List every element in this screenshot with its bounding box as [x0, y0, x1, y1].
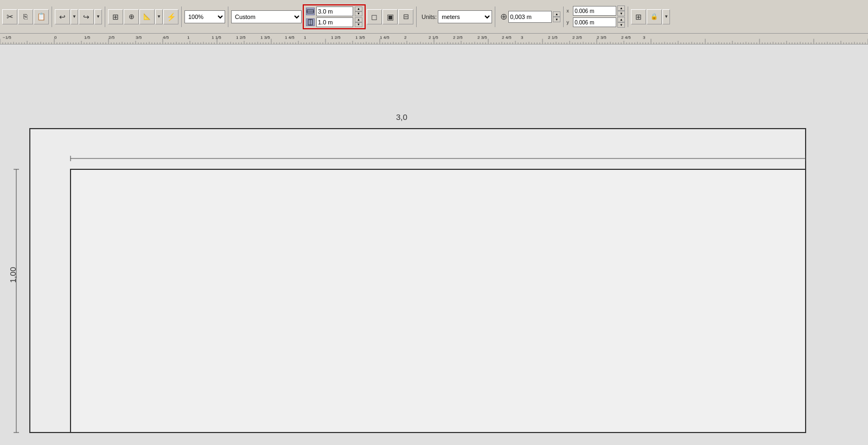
width-icon: [306, 8, 315, 15]
paste-icon: 📋: [37, 12, 46, 21]
ruler-canvas: [0, 34, 868, 44]
y-down[interactable]: ▼: [617, 22, 625, 28]
height-input[interactable]: [316, 17, 353, 27]
y-input[interactable]: [573, 17, 616, 27]
right-buttons: ⊞ 🔒 ▼: [631, 9, 670, 24]
extra-dropdown[interactable]: ▼: [662, 9, 670, 24]
flame-icon: ⚡: [167, 12, 176, 21]
redo-button[interactable]: ↪: [79, 9, 94, 24]
undo-dropdown[interactable]: ▼: [71, 9, 78, 24]
x-spinner: ▲ ▼: [617, 5, 625, 16]
height-icon: [306, 18, 315, 26]
measure-icon: 📐: [143, 13, 151, 20]
snap-icon: ⊕: [129, 12, 135, 21]
view-button[interactable]: ⊟: [398, 9, 413, 24]
canvas-area[interactable]: 3,0 1,00: [0, 44, 868, 445]
sep4: [228, 7, 228, 27]
snap-down[interactable]: ▼: [553, 17, 560, 22]
undo-button[interactable]: ↩: [55, 9, 70, 24]
y-row: y ▲ ▼: [566, 17, 625, 28]
sep6: [495, 7, 495, 27]
redo-arrow-icon: ▼: [96, 14, 100, 19]
x-row: x ▲ ▼: [566, 5, 625, 16]
snap-distance-spinner: ▲ ▼: [553, 11, 560, 22]
sep1: [52, 7, 52, 27]
undo-arrow-icon: ▼: [72, 14, 76, 19]
flame-button[interactable]: ⚡: [163, 9, 178, 24]
dimension-box: ▲ ▼ ▲ ▼: [303, 4, 366, 29]
align-button[interactable]: ⊞: [631, 9, 646, 24]
drawing-svg: [0, 44, 868, 445]
sep2: [105, 7, 105, 27]
snap-distance-input[interactable]: [508, 11, 552, 23]
dropdown-button[interactable]: ▼: [155, 9, 163, 24]
xy-coordinates: x ▲ ▼ y ▲ ▼: [566, 5, 625, 28]
vert-dimension-label: 1,00: [8, 267, 17, 283]
scissors-button[interactable]: ✂: [2, 9, 17, 24]
snap-distance-icon: ⊕: [500, 11, 507, 22]
sep7: [563, 7, 564, 27]
zoom-select[interactable]: 100%: [184, 10, 225, 23]
x-up[interactable]: ▲: [617, 5, 625, 11]
scissors-icon: ✂: [7, 12, 14, 22]
measure-button[interactable]: 📐: [139, 9, 155, 24]
x-down[interactable]: ▼: [617, 11, 625, 16]
toolbar-left-icons: ✂ ⎘ 📋: [2, 9, 49, 24]
width-decrement[interactable]: ▼: [355, 11, 362, 16]
dropdown-arrow-icon: ▼: [157, 14, 161, 19]
grid-button[interactable]: ⊞: [108, 9, 123, 24]
sep8: [628, 7, 628, 27]
undo-redo-group: ↩ ▼ ↪ ▼: [55, 9, 102, 24]
y-spinner: ▲ ▼: [617, 17, 625, 28]
toolbar: ✂ ⎘ 📋 ↩ ▼ ↪ ▼ ⊞ ⊕ 📐: [0, 0, 868, 34]
grid-icon: ⊞: [112, 12, 119, 21]
snap-button[interactable]: ⊕: [124, 9, 139, 24]
page-size-select[interactable]: Custom A4 A3 Letter: [231, 10, 302, 23]
width-row: ▲ ▼: [306, 7, 362, 16]
view-icon: ⊟: [403, 12, 409, 21]
units-select[interactable]: meters feet inches centimeters: [438, 10, 492, 23]
height-decrement[interactable]: ▼: [355, 22, 362, 27]
y-label: y: [566, 20, 572, 25]
aspect-icon: ◻: [371, 12, 378, 21]
height-increment[interactable]: ▲: [355, 17, 362, 22]
extra-buttons: ◻ ▣ ⊟: [367, 9, 413, 24]
aspect-button[interactable]: ◻: [367, 9, 382, 24]
units-label: Units:: [422, 14, 437, 20]
lock-icon: 🔒: [650, 13, 658, 20]
horiz-dimension-label: 3,0: [396, 112, 407, 122]
frame-icon: ▣: [387, 12, 394, 21]
snap-distance-display: ⊕ ▲ ▼: [500, 11, 560, 23]
ruler: [0, 34, 868, 44]
align-icon: ⊞: [635, 12, 642, 21]
sep5: [416, 7, 417, 27]
paste-button[interactable]: 📋: [34, 9, 49, 24]
undo-icon: ↩: [59, 12, 66, 21]
grid-snap-group: ⊞ ⊕ 📐 ▼ ⚡: [108, 9, 178, 24]
frame-button[interactable]: ▣: [382, 9, 398, 24]
copy-button[interactable]: ⎘: [18, 9, 33, 24]
redo-dropdown[interactable]: ▼: [94, 9, 102, 24]
width-input[interactable]: [316, 7, 353, 16]
copy-icon: ⎘: [23, 12, 28, 21]
redo-icon: ↪: [83, 12, 90, 21]
snap-up[interactable]: ▲: [553, 11, 560, 17]
height-spinner: ▲ ▼: [355, 17, 362, 27]
width-increment[interactable]: ▲: [355, 7, 362, 11]
height-row: ▲ ▼: [306, 17, 362, 27]
lock-button[interactable]: 🔒: [647, 9, 662, 24]
x-label: x: [566, 8, 572, 14]
y-up[interactable]: ▲: [617, 17, 625, 22]
inner-rect: [71, 169, 806, 433]
width-spinner: ▲ ▼: [355, 7, 362, 16]
sep3: [181, 7, 182, 27]
extra-arrow-icon: ▼: [664, 14, 668, 19]
x-input[interactable]: [573, 6, 616, 16]
